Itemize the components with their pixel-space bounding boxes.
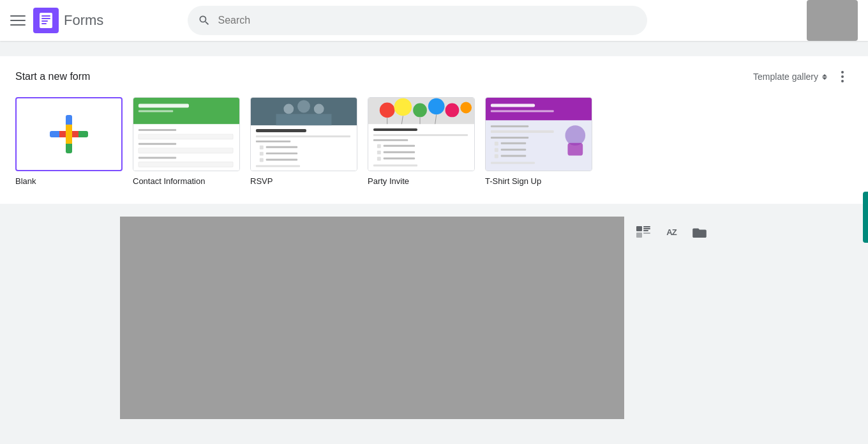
grid-icon [636,226,650,238]
svg-rect-2 [41,15,50,17]
svg-point-34 [380,103,395,118]
search-bar [188,6,647,35]
svg-rect-67 [495,155,498,158]
svg-point-18 [283,104,294,114]
template-blank[interactable]: Blank [15,97,123,186]
template-party-label: Party Invite [368,176,409,186]
template-rsvp-label: RSVP [250,176,273,186]
search-input[interactable] [218,15,637,26]
tshirt-thumbnail-svg [486,97,592,171]
svg-rect-15 [138,162,233,167]
svg-rect-22 [256,129,306,132]
svg-rect-13 [138,148,233,153]
template-rsvp[interactable]: RSVP [250,97,357,186]
template-party-invite[interactable]: Party Invite [368,97,475,186]
svg-rect-71 [643,226,650,227]
app-title: Forms [64,12,103,29]
template-gallery-button[interactable]: Template gallery [753,72,827,82]
svg-rect-46 [373,139,408,141]
svg-rect-59 [567,143,583,156]
party-thumbnail [368,97,475,171]
app-logo[interactable]: Forms [33,8,103,33]
svg-rect-55 [486,98,592,121]
main-content: Start a new form Template gallery [0,41,868,419]
templates-grid: Blank [15,97,853,186]
svg-rect-61 [491,130,554,133]
more-options-button[interactable] [832,66,853,87]
contact-thumbnail [133,97,240,171]
party-thumbnail-svg [368,97,474,171]
svg-rect-44 [373,128,417,131]
svg-rect-25 [260,146,264,149]
template-contact-label: Contact Information [133,176,205,186]
sort-icon-label: AZ [666,227,676,237]
svg-rect-27 [260,152,264,156]
svg-point-38 [445,103,460,118]
svg-rect-57 [491,110,554,112]
svg-rect-28 [266,153,297,155]
svg-rect-47 [377,144,381,148]
svg-rect-24 [256,141,290,142]
svg-point-35 [394,98,412,116]
top-navigation: Forms [0,0,868,41]
hamburger-menu-button[interactable] [10,13,26,28]
svg-rect-74 [636,233,642,238]
svg-rect-63 [495,142,498,146]
content-area-placeholder [120,217,624,419]
svg-rect-8 [138,104,189,108]
new-form-section: Start a new form Template gallery [0,56,868,204]
section-header-right: Template gallery [753,66,853,87]
svg-point-20 [314,104,324,114]
bottom-right-tools: AZ [624,217,719,419]
svg-rect-21 [276,114,332,125]
svg-rect-50 [384,151,415,153]
search-icon [198,14,211,27]
svg-point-58 [565,125,586,146]
svg-rect-62 [491,137,528,139]
user-avatar[interactable] [807,0,858,41]
green-accent-bar [863,192,868,243]
template-tshirt-label: T-Shirt Sign Up [485,176,541,186]
svg-rect-4 [41,20,48,22]
svg-rect-9 [138,110,173,112]
separator [0,204,868,217]
svg-rect-65 [495,148,498,152]
template-tshirt[interactable]: T-Shirt Sign Up [485,97,592,186]
grid-view-button[interactable] [634,224,652,240]
svg-rect-31 [256,165,300,167]
more-icon [835,69,850,84]
svg-rect-56 [491,104,535,107]
svg-rect-26 [266,146,297,148]
svg-rect-10 [138,129,176,131]
blank-thumbnail [15,97,123,171]
svg-rect-51 [377,157,381,161]
svg-rect-23 [256,135,350,137]
svg-rect-30 [266,159,297,161]
rsvp-thumbnail-svg [251,97,357,171]
bottom-area: AZ [0,217,868,419]
folder-icon [692,226,707,238]
svg-rect-5 [41,23,47,24]
folder-button[interactable] [691,224,708,240]
svg-rect-68 [501,155,527,157]
chevron-icon [822,74,827,80]
plus-icon [50,115,88,153]
svg-point-37 [428,98,445,115]
svg-rect-48 [384,145,415,147]
svg-rect-11 [138,134,233,139]
template-contact-info[interactable]: Contact Information [133,97,240,186]
tshirt-thumbnail [485,97,592,171]
top-right-controls [807,0,858,41]
svg-rect-64 [501,142,527,144]
rsvp-thumbnail [250,97,357,171]
svg-rect-73 [643,230,648,231]
template-blank-label: Blank [15,176,36,186]
svg-rect-70 [636,226,642,231]
svg-rect-14 [138,157,176,159]
svg-rect-75 [643,233,650,234]
svg-rect-3 [41,18,50,19]
sort-button[interactable]: AZ [662,224,680,240]
svg-rect-52 [384,158,415,160]
contact-thumbnail-svg [133,97,239,171]
svg-rect-72 [643,228,650,229]
